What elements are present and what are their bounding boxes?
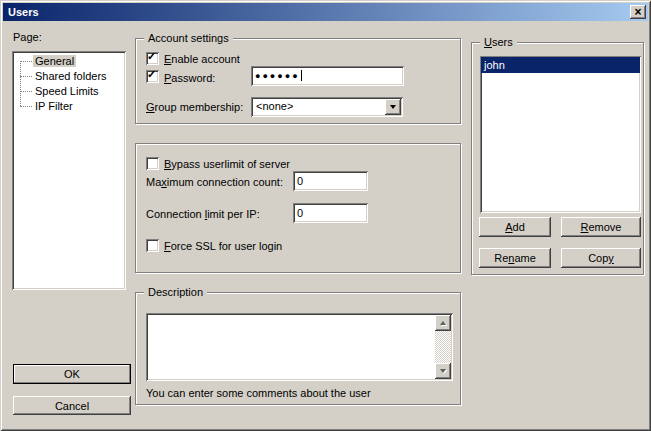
account-settings-title: Account settings (144, 32, 233, 44)
password-dots: ●●●●●● (255, 71, 300, 81)
rename-button[interactable]: Rename (479, 248, 551, 268)
page-item-shared-folders[interactable]: Shared folders (12, 69, 126, 84)
connection-limit-per-ip-label: Connection limit per IP: (146, 208, 260, 220)
scroll-up-button[interactable] (435, 315, 451, 331)
user-list-item[interactable]: john (481, 57, 640, 73)
page-label: Page: (13, 31, 42, 43)
page-item-label[interactable]: Speed Limits (33, 85, 101, 97)
remove-button[interactable]: Remove (561, 217, 641, 237)
description-title: Description (144, 286, 207, 298)
check-icon: ✓ (147, 50, 156, 63)
bypass-userlimit-label: Bypass userlimit of server (164, 158, 290, 170)
page-item-ip-filter[interactable]: IP Filter (12, 99, 126, 114)
scroll-down-icon (440, 369, 446, 373)
group-membership-select[interactable]: <none> (251, 97, 403, 117)
enable-account-label: Enable account (164, 53, 240, 65)
check-icon: ✓ (147, 68, 156, 81)
page-list[interactable]: General Shared folders Speed Limits IP F… (12, 51, 126, 290)
users-dialog: Users × Page: General Shared folders Spe… (0, 0, 651, 431)
users-list[interactable]: john (480, 56, 641, 213)
tree-stub (20, 76, 32, 77)
close-icon: × (634, 6, 641, 18)
page-item-label[interactable]: IP Filter (33, 100, 75, 112)
cancel-button[interactable]: Cancel (13, 396, 131, 415)
description-group: Description You can enter some comments … (135, 292, 461, 405)
account-settings-group: Account settings ✓ Enable account ✓ Pass… (135, 38, 461, 124)
bypass-userlimit-checkbox[interactable]: ✓ (146, 157, 159, 170)
connection-settings-group: ✓ Bypass userlimit of server Maximum con… (135, 143, 461, 273)
scroll-down-button[interactable] (435, 363, 451, 379)
connection-limit-per-ip-input[interactable] (293, 203, 368, 223)
close-button[interactable]: × (630, 5, 646, 19)
force-ssl-checkbox[interactable]: ✓ (146, 239, 159, 252)
window-title: Users (3, 6, 630, 18)
add-button[interactable]: Add (479, 217, 551, 237)
title-bar[interactable]: Users × (3, 3, 648, 21)
users-group-title: Users (480, 36, 517, 48)
password-label: Password: (164, 72, 215, 84)
maximum-connection-count-label: Maximum connection count: (146, 176, 283, 188)
page-item-label[interactable]: Shared folders (33, 70, 109, 82)
password-checkbox[interactable]: ✓ (146, 70, 159, 83)
force-ssl-label: Force SSL for user login (164, 240, 282, 252)
users-group: Users john Add Remove Rename Copy (471, 42, 644, 275)
description-textarea[interactable] (146, 313, 453, 381)
tree-stub (20, 61, 32, 62)
enable-account-checkbox[interactable]: ✓ (146, 52, 159, 65)
password-input[interactable]: ●●●●●● (251, 66, 404, 86)
group-membership-value: <none> (256, 100, 293, 112)
tree-stub (20, 106, 32, 107)
text-caret (301, 70, 302, 81)
page-item-general[interactable]: General (12, 54, 126, 69)
page-item-speed-limits[interactable]: Speed Limits (12, 84, 126, 99)
copy-button[interactable]: Copy (561, 248, 641, 268)
maximum-connection-count-input[interactable] (293, 171, 368, 191)
description-scrollbar[interactable] (435, 315, 451, 379)
page-item-label[interactable]: General (33, 55, 76, 67)
scroll-up-icon (440, 321, 446, 325)
description-hint: You can enter some comments about the us… (146, 387, 371, 399)
group-membership-label: Group membership: (146, 101, 243, 113)
tree-stub (20, 91, 32, 92)
ok-button[interactable]: OK (13, 364, 131, 384)
chevron-down-icon[interactable] (385, 99, 401, 115)
